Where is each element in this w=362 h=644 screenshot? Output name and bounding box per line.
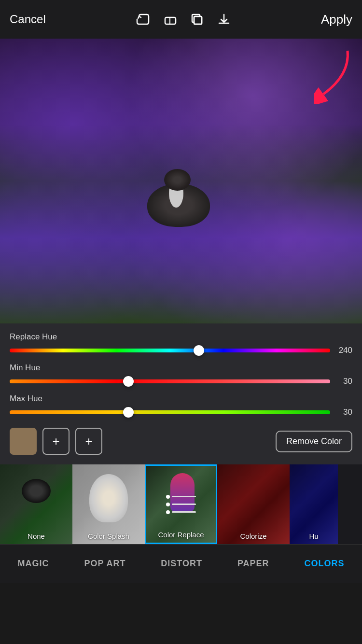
slider-icon-line-1 (166, 495, 196, 499)
download-button[interactable] (217, 13, 231, 26)
layers-button[interactable] (190, 13, 204, 26)
image-canvas (0, 39, 362, 323)
filter-label-colorize: Colorize (240, 532, 266, 540)
toolbar: Cancel (0, 0, 362, 39)
max-hue-row: 30 (10, 407, 352, 417)
replace-hue-thumb[interactable] (194, 345, 204, 356)
min-hue-thumb[interactable] (123, 376, 134, 387)
color-swatch-1[interactable] (10, 428, 37, 455)
bottom-nav: MAGIC POP ART DISTORT PAPER COLORS (0, 544, 362, 583)
toolbar-icons (136, 13, 231, 26)
color-swatches-row: + + Remove Color (10, 425, 352, 460)
undo-button[interactable] (136, 13, 150, 26)
nav-distort[interactable]: DISTORT (153, 554, 209, 574)
filter-item-hu[interactable]: Hu (290, 464, 338, 544)
max-hue-thumb[interactable] (123, 407, 134, 418)
controls-panel: Replace Hue 240 Min Hue 30 Max Hue (0, 323, 362, 464)
slider-track-mini-1 (172, 496, 196, 497)
replace-hue-track-fill (10, 349, 330, 352)
max-hue-track[interactable] (10, 410, 330, 414)
animal-subject (147, 174, 215, 227)
eraser-button[interactable] (163, 13, 177, 26)
nav-paper[interactable]: PAPER (230, 554, 277, 574)
max-hue-track-fill (10, 410, 330, 414)
slider-dot-3 (166, 510, 170, 514)
slider-track-mini-3 (172, 511, 196, 513)
replace-hue-group: Replace Hue 240 (10, 332, 352, 355)
svg-rect-3 (194, 16, 202, 24)
replace-hue-value: 240 (335, 346, 352, 355)
max-hue-group: Max Hue 30 (10, 394, 352, 417)
remove-color-button[interactable]: Remove Color (276, 431, 352, 452)
cancel-button[interactable]: Cancel (10, 13, 46, 26)
min-hue-row: 30 (10, 377, 352, 386)
min-hue-track[interactable] (10, 379, 330, 383)
filter-label-splash: Color Splash (88, 532, 129, 540)
min-hue-value: 30 (335, 377, 352, 386)
slider-track-mini-2 (172, 504, 196, 505)
nav-colors[interactable]: COLORS (297, 554, 352, 574)
filter-item-color-splash[interactable]: Color Splash (72, 464, 145, 544)
replace-hue-track[interactable] (10, 349, 330, 352)
min-hue-label: Min Hue (10, 363, 352, 373)
nav-pop-art[interactable]: POP ART (77, 554, 133, 574)
replace-hue-label: Replace Hue (10, 332, 352, 342)
filter-item-color-replace[interactable]: Color Replace (145, 464, 217, 544)
slider-dot-1 (166, 495, 170, 499)
slider-dot-2 (166, 503, 170, 506)
image-area (0, 39, 362, 323)
max-hue-label: Max Hue (10, 394, 352, 404)
filter-row: None Color Splash Color R (0, 464, 362, 544)
slider-icon-line-3 (166, 510, 196, 514)
nav-magic[interactable]: MAGIC (10, 554, 56, 574)
slider-icon-line-2 (166, 503, 196, 506)
filter-item-colorize[interactable]: Colorize (217, 464, 290, 544)
animal-head (164, 169, 191, 191)
add-color-button-1[interactable]: + (42, 428, 70, 455)
filter-label-hu: Hu (309, 532, 318, 540)
filter-item-none[interactable]: None (0, 464, 72, 544)
apply-button[interactable]: Apply (321, 12, 352, 27)
add-color-button-2[interactable]: + (75, 428, 102, 455)
replace-hue-row: 240 (10, 346, 352, 355)
max-hue-value: 30 (335, 407, 352, 417)
filter-label-replace: Color Replace (158, 531, 204, 539)
filter-label-none: None (28, 532, 45, 540)
min-hue-group: Min Hue 30 (10, 363, 352, 386)
min-hue-track-fill (10, 379, 330, 383)
